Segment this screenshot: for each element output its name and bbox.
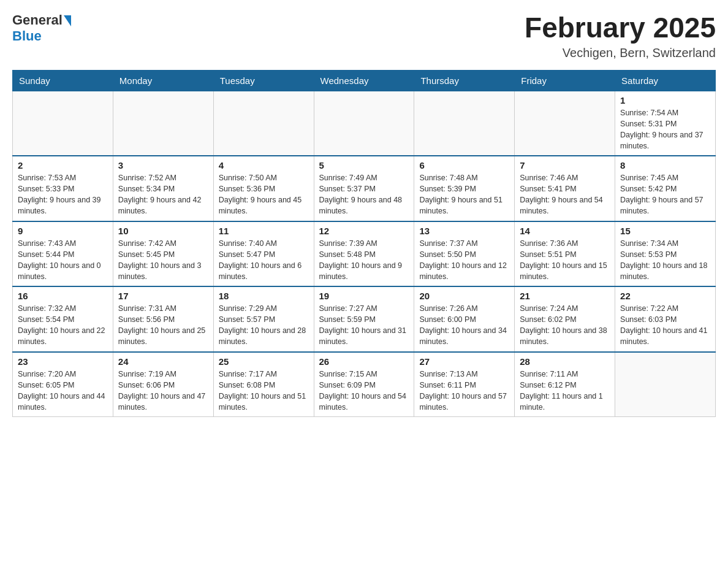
day-number: 17 (118, 291, 208, 301)
day-info: Sunrise: 7:49 AM Sunset: 5:37 PM Dayligh… (319, 172, 409, 217)
day-number: 26 (319, 356, 409, 367)
logo-arrow-icon (64, 15, 71, 26)
day-number: 28 (520, 356, 610, 367)
day-number: 20 (419, 291, 509, 301)
day-info: Sunrise: 7:43 AM Sunset: 5:44 PM Dayligh… (18, 238, 108, 283)
calendar-week-row: 23Sunrise: 7:20 AM Sunset: 6:05 PM Dayli… (13, 352, 716, 417)
calendar-day-cell: 9Sunrise: 7:43 AM Sunset: 5:44 PM Daylig… (13, 221, 113, 287)
calendar-day-cell: 7Sunrise: 7:46 AM Sunset: 5:41 PM Daylig… (515, 156, 615, 221)
weekday-header: Monday (113, 70, 213, 91)
day-info: Sunrise: 7:42 AM Sunset: 5:45 PM Dayligh… (118, 238, 208, 283)
calendar-day-cell (113, 91, 213, 156)
day-number: 14 (520, 226, 610, 236)
day-info: Sunrise: 7:22 AM Sunset: 6:03 PM Dayligh… (620, 303, 710, 348)
day-info: Sunrise: 7:17 AM Sunset: 6:08 PM Dayligh… (219, 369, 309, 413)
day-number: 4 (219, 160, 309, 170)
day-number: 22 (620, 291, 710, 301)
day-number: 18 (219, 291, 309, 301)
day-number: 2 (18, 160, 108, 170)
day-info: Sunrise: 7:54 AM Sunset: 5:31 PM Dayligh… (620, 107, 710, 152)
day-number: 27 (419, 356, 509, 367)
day-info: Sunrise: 7:31 AM Sunset: 5:56 PM Dayligh… (118, 303, 208, 348)
day-info: Sunrise: 7:34 AM Sunset: 5:53 PM Dayligh… (620, 238, 710, 283)
calendar-day-cell (515, 91, 615, 156)
day-info: Sunrise: 7:52 AM Sunset: 5:34 PM Dayligh… (118, 172, 208, 217)
calendar-day-cell (314, 91, 414, 156)
day-number: 23 (18, 356, 108, 367)
day-number: 24 (118, 356, 208, 367)
calendar-subtitle: Vechigen, Bern, Switzerland (525, 46, 716, 60)
calendar-day-cell: 26Sunrise: 7:15 AM Sunset: 6:09 PM Dayli… (314, 352, 414, 417)
day-number: 16 (18, 291, 108, 301)
weekday-header: Sunday (13, 70, 113, 91)
day-info: Sunrise: 7:13 AM Sunset: 6:11 PM Dayligh… (419, 369, 509, 413)
calendar-table: SundayMondayTuesdayWednesdayThursdayFrid… (12, 70, 716, 418)
calendar-day-cell: 19Sunrise: 7:27 AM Sunset: 5:59 PM Dayli… (314, 286, 414, 352)
day-number: 1 (620, 95, 710, 105)
day-number: 3 (118, 160, 208, 170)
calendar-day-cell: 8Sunrise: 7:45 AM Sunset: 5:42 PM Daylig… (615, 156, 716, 221)
day-info: Sunrise: 7:32 AM Sunset: 5:54 PM Dayligh… (18, 303, 108, 348)
day-info: Sunrise: 7:46 AM Sunset: 5:41 PM Dayligh… (520, 172, 610, 217)
calendar-day-cell: 20Sunrise: 7:26 AM Sunset: 6:00 PM Dayli… (414, 286, 515, 352)
calendar-day-cell: 25Sunrise: 7:17 AM Sunset: 6:08 PM Dayli… (213, 352, 314, 417)
day-number: 7 (520, 160, 610, 170)
day-number: 12 (319, 226, 409, 236)
day-info: Sunrise: 7:26 AM Sunset: 6:00 PM Dayligh… (419, 303, 509, 348)
calendar-day-cell: 24Sunrise: 7:19 AM Sunset: 6:06 PM Dayli… (113, 352, 213, 417)
weekday-header: Tuesday (213, 70, 314, 91)
day-info: Sunrise: 7:39 AM Sunset: 5:48 PM Dayligh… (319, 238, 409, 283)
calendar-day-cell: 27Sunrise: 7:13 AM Sunset: 6:11 PM Dayli… (414, 352, 515, 417)
calendar-day-cell: 4Sunrise: 7:50 AM Sunset: 5:36 PM Daylig… (213, 156, 314, 221)
calendar-day-cell: 6Sunrise: 7:48 AM Sunset: 5:39 PM Daylig… (414, 156, 515, 221)
weekday-header: Wednesday (314, 70, 414, 91)
calendar-day-cell: 28Sunrise: 7:11 AM Sunset: 6:12 PM Dayli… (515, 352, 615, 417)
day-number: 13 (419, 226, 509, 236)
calendar-day-cell (414, 91, 515, 156)
calendar-day-cell: 22Sunrise: 7:22 AM Sunset: 6:03 PM Dayli… (615, 286, 716, 352)
calendar-day-cell: 11Sunrise: 7:40 AM Sunset: 5:47 PM Dayli… (213, 221, 314, 287)
calendar-day-cell: 17Sunrise: 7:31 AM Sunset: 5:56 PM Dayli… (113, 286, 213, 352)
day-info: Sunrise: 7:50 AM Sunset: 5:36 PM Dayligh… (219, 172, 309, 217)
calendar-week-row: 9Sunrise: 7:43 AM Sunset: 5:44 PM Daylig… (13, 221, 716, 287)
calendar-day-cell (615, 352, 716, 417)
day-number: 8 (620, 160, 710, 170)
calendar-day-cell: 15Sunrise: 7:34 AM Sunset: 5:53 PM Dayli… (615, 221, 716, 287)
day-info: Sunrise: 7:45 AM Sunset: 5:42 PM Dayligh… (620, 172, 710, 217)
weekday-header: Saturday (615, 70, 716, 91)
day-info: Sunrise: 7:37 AM Sunset: 5:50 PM Dayligh… (419, 238, 509, 283)
weekday-header: Friday (515, 70, 615, 91)
calendar-day-cell (213, 91, 314, 156)
calendar-day-cell: 18Sunrise: 7:29 AM Sunset: 5:57 PM Dayli… (213, 286, 314, 352)
logo: General Blue (12, 12, 71, 44)
day-number: 15 (620, 226, 710, 236)
day-info: Sunrise: 7:29 AM Sunset: 5:57 PM Dayligh… (219, 303, 309, 348)
day-number: 9 (18, 226, 108, 236)
day-number: 10 (118, 226, 208, 236)
calendar-title: February 2025 (525, 12, 716, 44)
weekday-header: Thursday (414, 70, 515, 91)
calendar-day-cell: 3Sunrise: 7:52 AM Sunset: 5:34 PM Daylig… (113, 156, 213, 221)
calendar-day-cell: 21Sunrise: 7:24 AM Sunset: 6:02 PM Dayli… (515, 286, 615, 352)
calendar-header-row: SundayMondayTuesdayWednesdayThursdayFrid… (13, 70, 716, 91)
day-info: Sunrise: 7:48 AM Sunset: 5:39 PM Dayligh… (419, 172, 509, 217)
calendar-day-cell: 13Sunrise: 7:37 AM Sunset: 5:50 PM Dayli… (414, 221, 515, 287)
day-info: Sunrise: 7:15 AM Sunset: 6:09 PM Dayligh… (319, 369, 409, 413)
calendar-day-cell (13, 91, 113, 156)
calendar-day-cell: 14Sunrise: 7:36 AM Sunset: 5:51 PM Dayli… (515, 221, 615, 287)
calendar-day-cell: 16Sunrise: 7:32 AM Sunset: 5:54 PM Dayli… (13, 286, 113, 352)
calendar-day-cell: 1Sunrise: 7:54 AM Sunset: 5:31 PM Daylig… (615, 91, 716, 156)
day-info: Sunrise: 7:53 AM Sunset: 5:33 PM Dayligh… (18, 172, 108, 217)
day-number: 6 (419, 160, 509, 170)
calendar-day-cell: 5Sunrise: 7:49 AM Sunset: 5:37 PM Daylig… (314, 156, 414, 221)
day-info: Sunrise: 7:20 AM Sunset: 6:05 PM Dayligh… (18, 369, 108, 413)
day-number: 19 (319, 291, 409, 301)
calendar-week-row: 2Sunrise: 7:53 AM Sunset: 5:33 PM Daylig… (13, 156, 716, 221)
calendar-day-cell: 12Sunrise: 7:39 AM Sunset: 5:48 PM Dayli… (314, 221, 414, 287)
day-number: 21 (520, 291, 610, 301)
day-info: Sunrise: 7:11 AM Sunset: 6:12 PM Dayligh… (520, 369, 610, 413)
title-block: February 2025 Vechigen, Bern, Switzerlan… (525, 12, 716, 60)
day-number: 5 (319, 160, 409, 170)
logo-general-text: General (12, 12, 63, 28)
day-number: 11 (219, 226, 309, 236)
